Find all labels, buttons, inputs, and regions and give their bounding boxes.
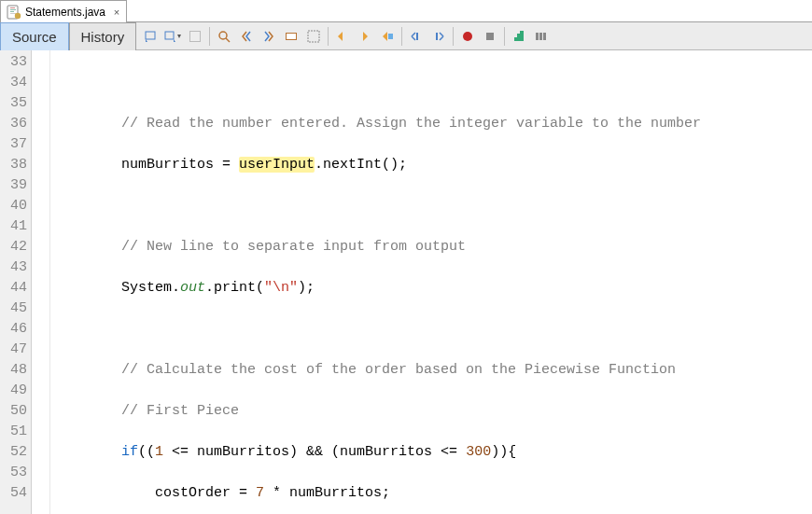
line-number: 38 xyxy=(0,155,31,175)
svg-point-17 xyxy=(463,32,472,41)
svg-rect-18 xyxy=(486,33,494,40)
stop-macro-icon[interactable] xyxy=(480,26,500,47)
java-file-icon xyxy=(7,5,21,20)
svg-rect-12 xyxy=(287,34,296,39)
file-tab-label: Statements.java xyxy=(25,6,105,19)
svg-rect-9 xyxy=(190,32,200,41)
code-comment: // Read the number entered. Assign the i… xyxy=(121,116,701,132)
line-number-gutter: 33 34 35 36 37 38 39 40 41 42 43 44 45 4… xyxy=(0,50,32,514)
line-number: 39 xyxy=(0,175,31,196)
back-icon[interactable] xyxy=(140,26,161,47)
svg-rect-22 xyxy=(536,33,539,40)
line-number: 47 xyxy=(0,340,31,360)
find-next-icon[interactable] xyxy=(259,26,279,47)
next-bookmark-icon[interactable] xyxy=(531,26,552,47)
file-tab[interactable]: Statements.java × xyxy=(0,0,127,22)
find-previous-icon[interactable] xyxy=(236,26,257,47)
svg-point-10 xyxy=(219,32,227,39)
toolbar-separator xyxy=(504,27,505,46)
glyph-margin xyxy=(32,50,50,514)
line-number: 51 xyxy=(0,422,31,442)
svg-rect-7 xyxy=(165,32,174,39)
line-number: 40 xyxy=(0,196,31,216)
line-number: 45 xyxy=(0,299,31,319)
toggle-highlight-icon[interactable] xyxy=(281,26,301,47)
diff-icon[interactable] xyxy=(185,26,205,47)
line-number: 49 xyxy=(0,381,31,401)
line-number: 52 xyxy=(0,442,31,463)
line-number: 43 xyxy=(0,257,31,278)
editor-toolbar xyxy=(136,22,812,50)
reference-highlight: userInput xyxy=(239,157,315,173)
code-comment: // Calculate the cost of the order based… xyxy=(121,362,676,378)
svg-rect-16 xyxy=(436,33,438,40)
svg-rect-13 xyxy=(308,31,319,42)
find-selection-icon[interactable] xyxy=(214,26,234,47)
svg-rect-2 xyxy=(10,9,16,10)
toolbar-separator xyxy=(209,27,210,46)
code-comment: // New line to separate input from outpu… xyxy=(121,239,466,255)
svg-rect-3 xyxy=(10,11,14,12)
line-number: 46 xyxy=(0,319,31,340)
viewtabs-row: Source History xyxy=(0,22,812,50)
svg-rect-4 xyxy=(10,13,16,14)
line-number: 35 xyxy=(0,93,31,114)
comment-icon[interactable] xyxy=(406,26,427,47)
line-number: 53 xyxy=(0,463,31,483)
line-number: 42 xyxy=(0,237,31,257)
code-comment: // First Piece xyxy=(121,403,239,419)
svg-point-5 xyxy=(15,12,21,18)
svg-rect-1 xyxy=(10,7,15,8)
svg-rect-23 xyxy=(539,33,542,40)
svg-rect-15 xyxy=(416,33,418,40)
line-number: 54 xyxy=(0,483,31,504)
code-editor[interactable]: 33 34 35 36 37 38 39 40 41 42 43 44 45 4… xyxy=(0,50,812,514)
line-number: 33 xyxy=(0,52,31,73)
forward-dropdown-icon[interactable] xyxy=(162,26,183,47)
code-content[interactable]: // Read the number entered. Assign the i… xyxy=(50,50,812,514)
line-number: 50 xyxy=(0,401,31,422)
line-number: 37 xyxy=(0,134,31,155)
toggle-rectangular-icon[interactable] xyxy=(303,26,324,47)
history-tab[interactable]: History xyxy=(69,22,137,50)
uncomment-icon[interactable] xyxy=(428,26,449,47)
line-number: 36 xyxy=(0,114,31,134)
source-tab[interactable]: Source xyxy=(0,22,69,50)
shift-left-icon[interactable] xyxy=(332,26,353,47)
svg-rect-24 xyxy=(543,33,546,40)
toolbar-separator xyxy=(328,27,329,46)
editor-tabbar: Statements.java × xyxy=(0,0,812,22)
toolbar-separator xyxy=(401,27,402,46)
format-icon[interactable] xyxy=(377,26,398,47)
line-number: 44 xyxy=(0,278,31,299)
line-number: 34 xyxy=(0,73,31,93)
svg-rect-21 xyxy=(520,31,524,41)
svg-rect-14 xyxy=(388,34,393,39)
line-number: 48 xyxy=(0,360,31,381)
shift-right-icon[interactable] xyxy=(355,26,375,47)
toggle-bookmark-icon[interactable] xyxy=(509,26,529,47)
record-macro-icon[interactable] xyxy=(457,26,478,47)
tab-close-button[interactable]: × xyxy=(111,7,122,18)
line-number: 41 xyxy=(0,216,31,237)
toolbar-separator xyxy=(453,27,454,46)
svg-rect-6 xyxy=(146,32,155,39)
